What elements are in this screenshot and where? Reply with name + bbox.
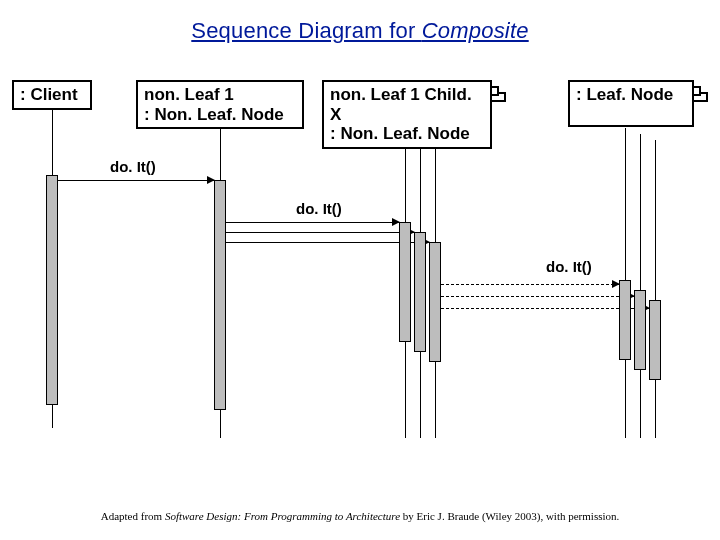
diagram-canvas: : Client non. Leaf 1 : Non. Leaf. Node n… xyxy=(0,0,720,540)
participant-nonleaf1childx: non. Leaf 1 Child. X : Non. Leaf. Node xyxy=(322,80,492,149)
message-doit-3: do. It() xyxy=(546,258,592,275)
participant-leafnode: : Leaf. Node xyxy=(568,80,694,127)
activation-leaf-3 xyxy=(649,300,661,380)
arrow-doit-2b xyxy=(226,232,414,233)
activation-nonleaf1 xyxy=(214,180,226,410)
activation-childx-2 xyxy=(414,232,426,352)
attr-book: Software Design: From Programming to Arc… xyxy=(165,510,400,522)
arrow-doit-2a xyxy=(226,222,399,223)
participant-name: non. Leaf 1 Child. X xyxy=(330,85,484,124)
activation-childx-3 xyxy=(429,242,441,362)
activation-leaf-1 xyxy=(619,280,631,360)
message-doit-2: do. It() xyxy=(296,200,342,217)
participant-label: : Client xyxy=(20,85,78,104)
arrow-doit-3a xyxy=(441,284,619,285)
lifeline-leaf-3 xyxy=(655,140,656,438)
arrow-doit-3b xyxy=(441,296,634,297)
message-doit-1: do. It() xyxy=(110,158,156,175)
arrow-doit-3c xyxy=(441,308,649,309)
participant-client: : Client xyxy=(12,80,92,110)
arrow-doit-1 xyxy=(58,180,214,181)
lifeline-leaf-2 xyxy=(640,134,641,438)
activation-childx-1 xyxy=(399,222,411,342)
attribution: Adapted from Software Design: From Progr… xyxy=(0,510,720,522)
attr-pre: Adapted from xyxy=(101,510,165,522)
activation-client xyxy=(46,175,58,405)
attr-post: by Eric J. Braude (Wiley 2003), with per… xyxy=(400,510,619,522)
participant-name: non. Leaf 1 xyxy=(144,85,296,105)
participant-type: : Non. Leaf. Node xyxy=(144,105,296,125)
participant-name: : Leaf. Node xyxy=(576,85,686,105)
participant-nonleaf1: non. Leaf 1 : Non. Leaf. Node xyxy=(136,80,304,129)
participant-type: : Non. Leaf. Node xyxy=(330,124,484,144)
activation-leaf-2 xyxy=(634,290,646,370)
